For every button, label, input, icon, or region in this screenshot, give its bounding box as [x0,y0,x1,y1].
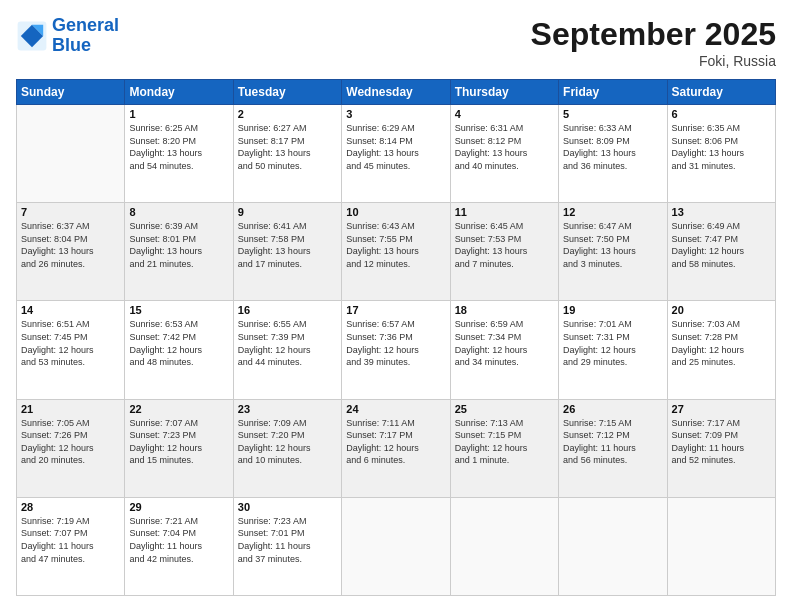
logo-icon [16,20,48,52]
table-row: 24Sunrise: 7:11 AMSunset: 7:17 PMDayligh… [342,399,450,497]
table-row [667,497,775,595]
table-row: 13Sunrise: 6:49 AMSunset: 7:47 PMDayligh… [667,203,775,301]
day-info: Sunrise: 7:03 AMSunset: 7:28 PMDaylight:… [672,318,771,368]
table-row: 5Sunrise: 6:33 AMSunset: 8:09 PMDaylight… [559,105,667,203]
day-info: Sunrise: 6:33 AMSunset: 8:09 PMDaylight:… [563,122,662,172]
day-number: 7 [21,206,120,218]
day-info: Sunrise: 6:45 AMSunset: 7:53 PMDaylight:… [455,220,554,270]
calendar-body: 1Sunrise: 6:25 AMSunset: 8:20 PMDaylight… [17,105,776,596]
day-number: 3 [346,108,445,120]
day-number: 24 [346,403,445,415]
day-number: 12 [563,206,662,218]
table-row: 4Sunrise: 6:31 AMSunset: 8:12 PMDaylight… [450,105,558,203]
day-number: 8 [129,206,228,218]
table-row: 21Sunrise: 7:05 AMSunset: 7:26 PMDayligh… [17,399,125,497]
day-info: Sunrise: 6:43 AMSunset: 7:55 PMDaylight:… [346,220,445,270]
col-friday: Friday [559,80,667,105]
day-info: Sunrise: 6:31 AMSunset: 8:12 PMDaylight:… [455,122,554,172]
day-info: Sunrise: 6:41 AMSunset: 7:58 PMDaylight:… [238,220,337,270]
table-row: 23Sunrise: 7:09 AMSunset: 7:20 PMDayligh… [233,399,341,497]
table-row: 3Sunrise: 6:29 AMSunset: 8:14 PMDaylight… [342,105,450,203]
day-number: 5 [563,108,662,120]
calendar-week-row: 14Sunrise: 6:51 AMSunset: 7:45 PMDayligh… [17,301,776,399]
day-number: 22 [129,403,228,415]
logo-line2: Blue [52,35,91,55]
table-row: 7Sunrise: 6:37 AMSunset: 8:04 PMDaylight… [17,203,125,301]
day-info: Sunrise: 7:19 AMSunset: 7:07 PMDaylight:… [21,515,120,565]
table-row: 27Sunrise: 7:17 AMSunset: 7:09 PMDayligh… [667,399,775,497]
calendar-week-row: 1Sunrise: 6:25 AMSunset: 8:20 PMDaylight… [17,105,776,203]
day-number: 20 [672,304,771,316]
day-number: 29 [129,501,228,513]
day-info: Sunrise: 6:51 AMSunset: 7:45 PMDaylight:… [21,318,120,368]
day-number: 9 [238,206,337,218]
title-block: September 2025 Foki, Russia [531,16,776,69]
day-number: 4 [455,108,554,120]
day-number: 14 [21,304,120,316]
day-info: Sunrise: 7:09 AMSunset: 7:20 PMDaylight:… [238,417,337,467]
day-number: 15 [129,304,228,316]
table-row: 29Sunrise: 7:21 AMSunset: 7:04 PMDayligh… [125,497,233,595]
calendar-week-row: 21Sunrise: 7:05 AMSunset: 7:26 PMDayligh… [17,399,776,497]
day-info: Sunrise: 6:57 AMSunset: 7:36 PMDaylight:… [346,318,445,368]
day-info: Sunrise: 6:29 AMSunset: 8:14 PMDaylight:… [346,122,445,172]
table-row [450,497,558,595]
table-row: 25Sunrise: 7:13 AMSunset: 7:15 PMDayligh… [450,399,558,497]
table-row: 8Sunrise: 6:39 AMSunset: 8:01 PMDaylight… [125,203,233,301]
day-info: Sunrise: 7:05 AMSunset: 7:26 PMDaylight:… [21,417,120,467]
table-row: 19Sunrise: 7:01 AMSunset: 7:31 PMDayligh… [559,301,667,399]
day-number: 25 [455,403,554,415]
day-info: Sunrise: 6:53 AMSunset: 7:42 PMDaylight:… [129,318,228,368]
logo-line1: General [52,15,119,35]
table-row: 6Sunrise: 6:35 AMSunset: 8:06 PMDaylight… [667,105,775,203]
calendar-header-row: Sunday Monday Tuesday Wednesday Thursday… [17,80,776,105]
col-saturday: Saturday [667,80,775,105]
day-number: 16 [238,304,337,316]
day-info: Sunrise: 7:11 AMSunset: 7:17 PMDaylight:… [346,417,445,467]
day-info: Sunrise: 7:07 AMSunset: 7:23 PMDaylight:… [129,417,228,467]
table-row: 30Sunrise: 7:23 AMSunset: 7:01 PMDayligh… [233,497,341,595]
day-info: Sunrise: 6:27 AMSunset: 8:17 PMDaylight:… [238,122,337,172]
col-tuesday: Tuesday [233,80,341,105]
location: Foki, Russia [531,53,776,69]
day-info: Sunrise: 6:55 AMSunset: 7:39 PMDaylight:… [238,318,337,368]
day-info: Sunrise: 7:15 AMSunset: 7:12 PMDaylight:… [563,417,662,467]
day-number: 21 [21,403,120,415]
day-info: Sunrise: 6:35 AMSunset: 8:06 PMDaylight:… [672,122,771,172]
day-info: Sunrise: 6:49 AMSunset: 7:47 PMDaylight:… [672,220,771,270]
table-row: 14Sunrise: 6:51 AMSunset: 7:45 PMDayligh… [17,301,125,399]
day-number: 23 [238,403,337,415]
day-number: 6 [672,108,771,120]
day-info: Sunrise: 6:25 AMSunset: 8:20 PMDaylight:… [129,122,228,172]
day-info: Sunrise: 7:13 AMSunset: 7:15 PMDaylight:… [455,417,554,467]
table-row [342,497,450,595]
header: General Blue September 2025 Foki, Russia [16,16,776,69]
day-number: 13 [672,206,771,218]
day-number: 11 [455,206,554,218]
col-thursday: Thursday [450,80,558,105]
table-row: 15Sunrise: 6:53 AMSunset: 7:42 PMDayligh… [125,301,233,399]
table-row: 2Sunrise: 6:27 AMSunset: 8:17 PMDaylight… [233,105,341,203]
day-info: Sunrise: 7:01 AMSunset: 7:31 PMDaylight:… [563,318,662,368]
table-row: 20Sunrise: 7:03 AMSunset: 7:28 PMDayligh… [667,301,775,399]
day-info: Sunrise: 6:59 AMSunset: 7:34 PMDaylight:… [455,318,554,368]
day-number: 10 [346,206,445,218]
table-row: 1Sunrise: 6:25 AMSunset: 8:20 PMDaylight… [125,105,233,203]
table-row: 22Sunrise: 7:07 AMSunset: 7:23 PMDayligh… [125,399,233,497]
day-number: 28 [21,501,120,513]
day-number: 30 [238,501,337,513]
logo: General Blue [16,16,119,56]
table-row: 26Sunrise: 7:15 AMSunset: 7:12 PMDayligh… [559,399,667,497]
table-row: 17Sunrise: 6:57 AMSunset: 7:36 PMDayligh… [342,301,450,399]
table-row: 18Sunrise: 6:59 AMSunset: 7:34 PMDayligh… [450,301,558,399]
day-info: Sunrise: 6:39 AMSunset: 8:01 PMDaylight:… [129,220,228,270]
day-number: 18 [455,304,554,316]
col-monday: Monday [125,80,233,105]
table-row: 28Sunrise: 7:19 AMSunset: 7:07 PMDayligh… [17,497,125,595]
day-info: Sunrise: 6:47 AMSunset: 7:50 PMDaylight:… [563,220,662,270]
page: General Blue September 2025 Foki, Russia… [0,0,792,612]
calendar-week-row: 7Sunrise: 6:37 AMSunset: 8:04 PMDaylight… [17,203,776,301]
day-number: 17 [346,304,445,316]
table-row: 10Sunrise: 6:43 AMSunset: 7:55 PMDayligh… [342,203,450,301]
logo-text: General Blue [52,16,119,56]
